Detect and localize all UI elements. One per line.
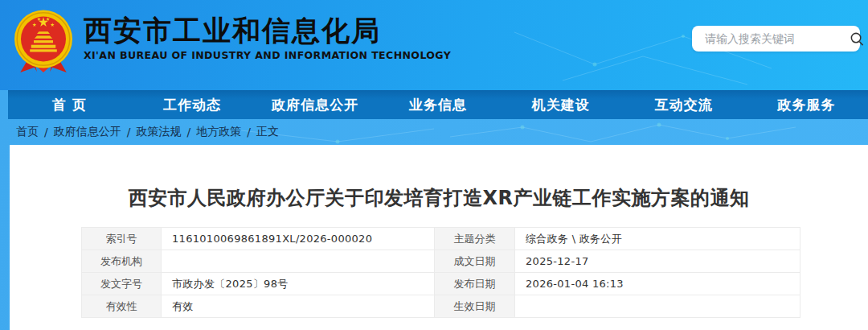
nav-item-business-info[interactable]: 业务信息 (377, 90, 500, 119)
meta-row: 发文字号 市政办发〔2025〕98号 发布日期 2026-01-04 16:13 (82, 273, 800, 295)
meta-value-issuing-agency (162, 250, 435, 273)
document-meta-table: 索引号 1161010069861891XL/2026-000020 主题分类 … (81, 227, 800, 318)
meta-row: 索引号 1161010069861891XL/2026-000020 主题分类 … (82, 228, 800, 250)
meta-row: 有效性 有效 生效日期 (82, 295, 800, 318)
meta-label-publish-date: 发布日期 (435, 273, 515, 295)
meta-label-issuing-agency: 发布机构 (82, 250, 162, 273)
site-search (692, 26, 860, 52)
meta-label-doc-number: 发文字号 (82, 273, 162, 295)
breadcrumb-policies[interactable]: 政策法规 (136, 125, 181, 139)
site-header: 西安市工业和信息化局 XI'AN BUREAU OF INDUSTRY AND … (0, 0, 868, 90)
meta-row: 发布机构 成文日期 2025-12-17 (82, 250, 800, 273)
meta-label-effective-date: 生效日期 (435, 295, 515, 318)
main-navigation: 首 页 工作动态 政府信息公开 业务信息 机关建设 互动交流 政务服务 (8, 90, 868, 119)
search-icon[interactable] (850, 26, 865, 52)
meta-value-publish-date: 2026-01-04 16:13 (515, 273, 800, 295)
breadcrumb-separator: / (44, 126, 48, 138)
meta-label-written-date: 成文日期 (435, 250, 515, 273)
meta-value-doc-number: 市政办发〔2025〕98号 (162, 273, 435, 295)
article-panel: 西安市人民政府办公厅关于印发培育打造XR产业链工作实施方案的通知 索引号 116… (10, 145, 868, 330)
site-logo-title[interactable]: 西安市工业和信息化局 XI'AN BUREAU OF INDUSTRY AND … (84, 14, 451, 61)
meta-label-validity: 有效性 (82, 295, 162, 318)
breadcrumb-separator: / (186, 126, 190, 138)
breadcrumb-local-policy[interactable]: 地方政策 (196, 125, 241, 139)
nav-item-home[interactable]: 首 页 (8, 90, 131, 119)
meta-value-written-date: 2025-12-17 (515, 250, 800, 273)
search-input[interactable] (692, 32, 850, 45)
breadcrumb-separator: / (247, 126, 251, 138)
org-name-english: XI'AN BUREAU OF INDUSTRY AND INFORMATION… (84, 49, 451, 61)
breadcrumb-current: 正文 (256, 125, 279, 139)
nav-item-agency-building[interactable]: 机关建设 (499, 90, 622, 119)
breadcrumb-separator: / (127, 126, 131, 138)
meta-label-topic-category: 主题分类 (435, 228, 515, 250)
meta-value-topic-category: 综合政务 \ 政务公开 (515, 228, 800, 250)
meta-label-index-no: 索引号 (82, 228, 162, 250)
org-name: 西安市工业和信息化局 (84, 14, 451, 47)
nav-item-interaction[interactable]: 互动交流 (622, 90, 745, 119)
nav-item-work-news[interactable]: 工作动态 (131, 90, 254, 119)
meta-value-validity: 有效 (162, 295, 435, 318)
national-emblem-icon (11, 8, 76, 76)
breadcrumb: 首页 / 政府信息公开 / 政策法规 / 地方政策 / 正文 (0, 119, 868, 145)
meta-value-effective-date (515, 295, 800, 318)
nav-item-gov-services[interactable]: 政务服务 (745, 90, 868, 119)
meta-value-index-no: 1161010069861891XL/2026-000020 (162, 228, 435, 250)
breadcrumb-gov-info[interactable]: 政府信息公开 (54, 125, 121, 139)
article-title: 西安市人民政府办公厅关于印发培育打造XR产业链工作实施方案的通知 (10, 185, 868, 211)
breadcrumb-home[interactable]: 首页 (16, 125, 39, 139)
nav-item-gov-info-disclosure[interactable]: 政府信息公开 (254, 90, 377, 119)
